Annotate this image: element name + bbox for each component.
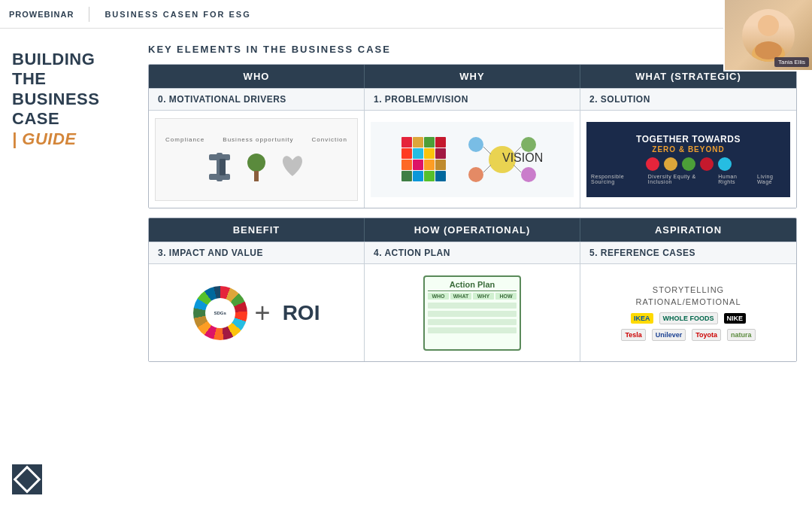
top-bar: PROWEBINAR BUSINESS CASEN FOR ESG [0, 0, 812, 29]
label-action-plan: 4. ACTION PLAN [365, 242, 580, 263]
clamp-icon [209, 153, 232, 181]
webcam-name-tag: Tania Ellis [774, 57, 809, 67]
label-compliance: Compliance [165, 136, 205, 143]
svg-text:VISION: VISION [502, 151, 543, 164]
bottom-image-row: SDGs + ROI Action Plan WHO [149, 263, 796, 361]
header-who: WHO [149, 65, 365, 88]
sdg-5 [401, 148, 412, 159]
ap-how: HOW [495, 293, 517, 300]
logo-ikea: IKEA [631, 313, 653, 324]
ap-who: WHO [428, 293, 449, 300]
svg-point-2 [755, 41, 782, 59]
cell-problem-vision: VISION [365, 110, 580, 208]
sol-icon-1 [646, 157, 659, 171]
label-conviction: Conviction [312, 136, 347, 143]
problem-illustration: VISION [371, 122, 574, 197]
left-sidebar: BUILDING THE BUSINESS CASE | GUIDE [0, 29, 139, 508]
solution-labels-row: Responsible Sourcing Diversity Equity & … [591, 174, 786, 184]
logo-box [12, 464, 42, 494]
header-why: WHY [365, 65, 580, 88]
sdg-13 [401, 171, 412, 181]
svg-rect-6 [220, 159, 226, 175]
top-grid: WHO WHY WHAT (STRATEGIC) 0. MOTIVATIONAL… [148, 64, 797, 208]
action-plan-title: Action Plan [428, 280, 517, 291]
brand-logos-row: IKEA WHOLE FOODS NIKE [631, 312, 746, 324]
svg-line-14 [483, 147, 491, 154]
label-responsible: Responsible Sourcing [591, 174, 642, 184]
flow-diagram: VISION [461, 126, 544, 193]
cell-motivational-drivers: Compliance Business opportunity Convicti… [149, 110, 365, 208]
top-image-row: Compliance Business opportunity Convicti… [149, 110, 796, 208]
solution-title-line1: TOGETHER TOWARDS [636, 134, 741, 144]
sdg-3 [424, 137, 435, 148]
ap-line-2 [428, 311, 517, 317]
ap-line-1 [428, 303, 517, 309]
action-plan-lines [428, 301, 517, 346]
heart-svg [281, 154, 304, 181]
cell-impact-value: SDGs + ROI [149, 263, 365, 361]
logo-text: PROWEBINAR [9, 10, 74, 19]
plus-icon: + [255, 297, 271, 329]
brand-logos-row-2: Tesla Unilever Toyota natura [621, 329, 755, 341]
logo-inner-shape [14, 466, 41, 494]
svg-point-13 [521, 167, 536, 182]
sdg-wheel: SDGs [193, 286, 247, 340]
header-aspiration: ASPIRATION [580, 218, 796, 242]
sdg-8 [435, 148, 446, 159]
person-silhouette [742, 9, 795, 62]
cell-reference-cases: STORYTELLING RATIONAL/EMOTIONAL IKEA WHO… [580, 263, 796, 361]
svg-point-0 [758, 15, 779, 36]
reference-cases-content: STORYTELLING RATIONAL/EMOTIONAL IKEA WHO… [586, 284, 790, 341]
sidebar-guide: | GUIDE [12, 129, 127, 149]
sol-icon-3 [682, 157, 695, 171]
bottom-label-row: 3. IMPACT AND VALUE 4. ACTION PLAN 5. RE… [149, 242, 796, 263]
label-problem: 1. PROBLEM/VISION [365, 88, 580, 110]
main-container: PROWEBINAR BUSINESS CASEN FOR ESG Tania … [0, 0, 812, 508]
solution-illustration: TOGETHER TOWARDS ZERO & BEYOND Responsib [586, 122, 790, 197]
svg-point-12 [468, 167, 483, 182]
sdg-4 [435, 137, 446, 148]
main-content: KEY ELEMENTS IN THE BUSINESS CASE WHO WH… [139, 29, 812, 508]
logo-nike: NIKE [724, 313, 747, 324]
top-bar-title: BUSINESS CASEN FOR ESG [105, 10, 803, 19]
motivational-illustration: Compliance Business opportunity Convicti… [155, 118, 358, 201]
svg-point-10 [468, 137, 483, 152]
svg-point-11 [521, 137, 536, 152]
content-area: BUILDING THE BUSINESS CASE | GUIDE KEY E… [0, 29, 812, 508]
sol-icon-2 [664, 157, 677, 171]
top-label-row: 0. MOTIVATIONAL DRIVERS 1. PROBLEM/VISIO… [149, 88, 796, 110]
ap-what: WHAT [450, 293, 471, 300]
label-diversity: Diversity Equity & Inclusion [648, 174, 712, 184]
sol-icon-4 [700, 157, 714, 171]
cell-solution: TOGETHER TOWARDS ZERO & BEYOND Responsib [580, 110, 796, 208]
problem-content: VISION [401, 126, 544, 193]
sdg-10 [413, 160, 423, 170]
label-living: Living Wage [757, 174, 786, 184]
sdg-7 [424, 148, 435, 159]
label-impact-value: 3. IMPACT AND VALUE [149, 242, 365, 263]
compliance-icon [208, 152, 233, 182]
sdg-11 [424, 160, 435, 170]
svg-line-17 [514, 165, 521, 172]
divider [89, 7, 89, 22]
svg-rect-4 [209, 154, 230, 160]
label-motivational: 0. MOTIVATIONAL DRIVERS [149, 88, 365, 110]
bottom-header-row: BENEFIT HOW (OPERATIONAL) ASPIRATION [149, 218, 796, 242]
section-title: KEY ELEMENTS IN THE BUSINESS CASE [148, 44, 797, 55]
svg-rect-8 [254, 171, 259, 181]
sdg-2 [413, 137, 423, 148]
sdg-center-text: SDGs [214, 311, 226, 315]
top-header-row: WHO WHY WHAT (STRATEGIC) [149, 65, 796, 88]
bottom-logo [12, 464, 42, 494]
solution-icons [646, 157, 732, 171]
webcam-area: Tania Ellis [723, 0, 812, 71]
sdg-15 [424, 171, 435, 181]
sdg-9 [401, 160, 412, 170]
ap-line-4 [428, 327, 517, 333]
label-reference: 5. REFERENCE CASES [580, 242, 796, 263]
label-human: Human Rights [718, 174, 751, 184]
action-plan-headers: WHO WHAT WHY HOW [428, 293, 517, 300]
heart-icon [280, 152, 305, 182]
sdg-14 [413, 171, 423, 181]
sdg-6 [413, 148, 423, 159]
